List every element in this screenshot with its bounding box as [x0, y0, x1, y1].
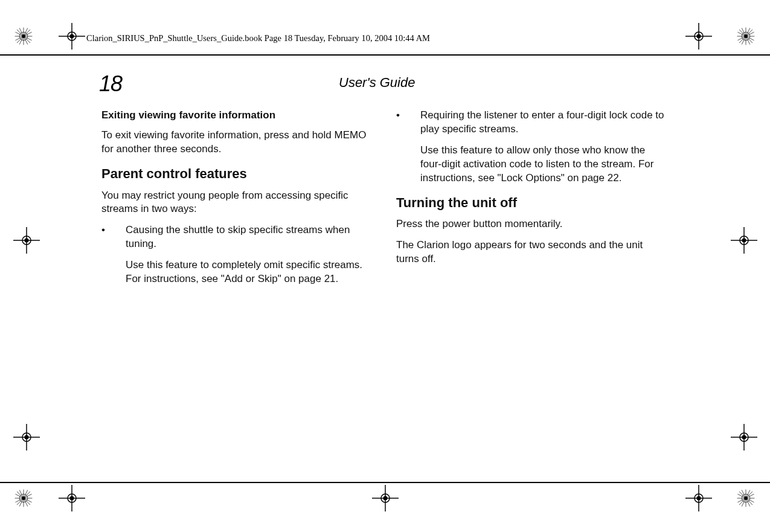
- bullet-icon: •: [101, 223, 126, 286]
- crosshair-mark-icon: [59, 23, 85, 50]
- crosshair-mark-icon: [372, 485, 399, 511]
- paragraph: To exit viewing favorite information, pr…: [101, 129, 373, 156]
- page-title: User's Guide: [339, 75, 415, 91]
- page-canvas: Clarion_SIRIUS_PnP_Shuttle_Users_Guide.b…: [0, 0, 770, 532]
- list-item-subtext: Use this feature to allow only those who…: [420, 144, 668, 185]
- svg-point-59: [742, 239, 746, 243]
- list-item-text: Requiring the listener to enter a four-d…: [420, 109, 668, 136]
- svg-point-43: [70, 34, 74, 39]
- crosshair-mark-icon: [13, 227, 40, 254]
- svg-point-51: [25, 239, 29, 243]
- svg-point-75: [697, 496, 701, 501]
- paragraph: The Clarion logo appears for two seconds…: [396, 239, 668, 266]
- body-content: Exiting viewing favorite information To …: [101, 109, 669, 292]
- svg-point-67: [70, 496, 74, 501]
- registration-mark-icon: [13, 26, 34, 46]
- crosshair-mark-icon: [685, 23, 712, 50]
- svg-point-47: [697, 34, 701, 39]
- list-item-text: Causing the shuttle to skip specific str…: [126, 223, 373, 251]
- crop-line-bottom: [0, 482, 770, 483]
- svg-point-71: [383, 496, 388, 501]
- crosshair-mark-icon: [731, 424, 757, 450]
- crosshair-mark-icon: [13, 424, 40, 450]
- running-header: Clarion_SIRIUS_PnP_Shuttle_Users_Guide.b…: [86, 33, 430, 43]
- crosshair-mark-icon: [731, 227, 757, 254]
- list-item-subtext: Use this feature to completely omit spec…: [126, 258, 373, 286]
- list-item: • Requiring the listener to enter a four…: [396, 109, 668, 185]
- paragraph: You may restrict young people from acces…: [101, 189, 373, 217]
- heading-exit-viewing: Exiting viewing favorite information: [101, 109, 373, 123]
- crop-line-top: [0, 54, 770, 56]
- heading-turning-off: Turning the unit off: [396, 194, 668, 212]
- registration-mark-icon: [736, 26, 756, 46]
- heading-parent-control: Parent control features: [101, 165, 373, 183]
- crosshair-mark-icon: [59, 485, 85, 511]
- list-item-body: Causing the shuttle to skip specific str…: [126, 223, 373, 286]
- svg-point-55: [25, 435, 29, 440]
- registration-mark-icon: [13, 488, 34, 508]
- column-left: Exiting viewing favorite information To …: [101, 109, 373, 292]
- paragraph: Press the power button momentarily.: [396, 217, 668, 231]
- registration-mark-icon: [736, 488, 756, 508]
- page-number: 18: [99, 71, 122, 97]
- list-item: • Causing the shuttle to skip specific s…: [101, 223, 373, 286]
- crosshair-mark-icon: [685, 485, 712, 511]
- svg-point-63: [742, 435, 746, 440]
- list-item-body: Requiring the listener to enter a four-d…: [420, 109, 668, 185]
- bullet-icon: •: [396, 109, 420, 185]
- column-right: • Requiring the listener to enter a four…: [396, 109, 668, 292]
